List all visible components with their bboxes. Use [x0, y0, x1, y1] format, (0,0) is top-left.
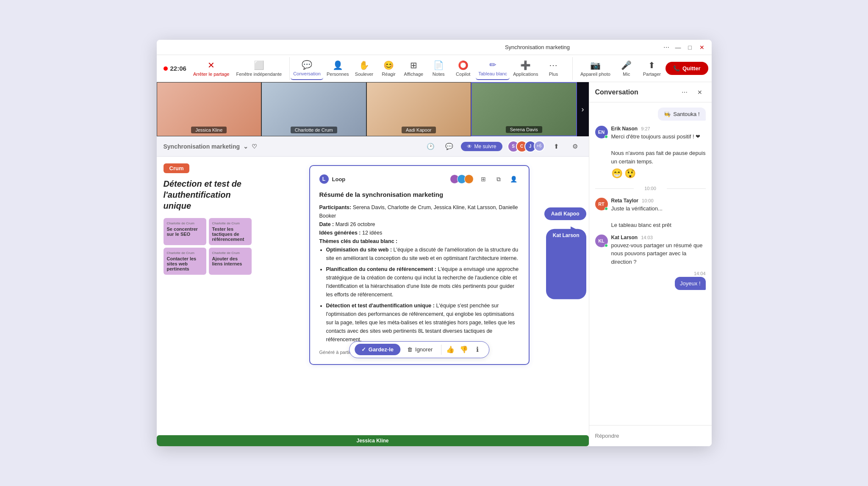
conversation-more-button[interactable]: ⋯	[679, 86, 691, 98]
ignore-button[interactable]: 🗑 Ignorer	[401, 344, 438, 355]
share-icon: ⬆	[648, 60, 655, 70]
date-label: Date :	[319, 221, 334, 227]
loop-title: Résumé de la synchronisation marketing	[319, 190, 519, 200]
close-button[interactable]: ✕	[698, 44, 706, 51]
loop-grid-button[interactable]: ⊞	[478, 174, 489, 185]
stop-share-button[interactable]: ✕ Arrêter le partage	[191, 57, 232, 80]
message-content-erik: Erik Nason 9:27 Merci d'être toujours au…	[611, 126, 706, 179]
notes-tab[interactable]: 📄 Notes	[427, 57, 450, 80]
video-tile-charlotte[interactable]: Charlotte de Crum	[261, 82, 366, 136]
ignore-label: Ignorer	[415, 346, 433, 353]
maximize-button[interactable]: □	[686, 44, 694, 51]
meeting-title-area: Synchronisation marketing ⌄ ♡	[164, 143, 257, 150]
aadi-name-badge: Aadi Kapoor	[367, 127, 471, 133]
raise-tab[interactable]: ✋ Soulever	[352, 57, 376, 80]
jessica-name-badge: Jessica Kline	[157, 127, 261, 133]
settings-icon-btn[interactable]: ⚙	[568, 140, 582, 153]
conversation-label: Conversation	[293, 71, 321, 76]
conversation-close-button[interactable]: ✕	[694, 86, 706, 98]
kat-speaker-bubble: Kat Larson	[546, 229, 586, 299]
main-toolbar: 22:06 ✕ Arrêter le partage ⬜ Fenêtre ind…	[157, 55, 712, 82]
persons-tab[interactable]: 👤 Personnes	[324, 57, 352, 80]
independent-window-button[interactable]: ⬜ Fenêtre indépendante	[233, 57, 284, 80]
mic-button[interactable]: 🎤 Mic	[615, 57, 638, 80]
toolbar-left-group: ✕ Arrêter le partage ⬜ Fenêtre indépenda…	[191, 57, 290, 80]
video-tile-aadi[interactable]: Aadi Kapoor	[366, 82, 471, 136]
charlotte-name-badge: Charlotte de Crum	[262, 127, 366, 133]
raise-icon: ✋	[359, 60, 369, 70]
whiteboard-label: Tableau blanc	[478, 71, 507, 76]
history-icon-btn[interactable]: 🕑	[424, 140, 437, 153]
avatar-count[interactable]: +6	[534, 141, 545, 152]
meeting-toolbar-right: 🕑 💬 👁 Me suivre S C J +6	[424, 140, 582, 153]
msg-meta-erik: Erik Nason 9:27	[611, 126, 706, 132]
whiteboard-tab[interactable]: ✏ Tableau blanc	[476, 57, 510, 80]
bullet-0: Optimisation du site web : L'équipe a di…	[326, 246, 519, 262]
react-tab[interactable]: 😊 Réagir	[377, 57, 401, 80]
quit-label: Quitter	[682, 65, 701, 72]
loop-person-button[interactable]: 👤	[508, 174, 519, 185]
avatar-kat: KL	[595, 235, 608, 247]
santouka-text: Santouka !	[673, 111, 699, 117]
time-kat: 14:03	[641, 235, 653, 240]
nav-next-button[interactable]: ›	[577, 82, 589, 136]
charlotte-name: Charlotte de Crum	[291, 127, 337, 133]
reply-input[interactable]	[595, 433, 706, 439]
messages-area: 🧑‍🍳 Santouka ! EN Erik Nason 9:27	[589, 102, 712, 425]
favorite-icon[interactable]: ♡	[252, 143, 257, 150]
left-content: ‹ Jessica Kline Charlotte de Crum	[157, 82, 589, 446]
share-button[interactable]: ⬆ Partager	[640, 57, 664, 80]
display-label: Affichage	[404, 72, 424, 77]
share-screen-icon-btn[interactable]: ⬆	[550, 140, 563, 153]
time-erik: 9:27	[641, 126, 650, 131]
chat-icon-btn[interactable]: 💬	[442, 140, 456, 153]
main-area: ‹ Jessica Kline Charlotte de Crum	[157, 82, 712, 446]
me-suivre-button[interactable]: 👁 Me suivre	[461, 142, 502, 151]
display-tab[interactable]: ⊞ Affichage	[402, 57, 426, 80]
video-tile-jessica[interactable]: Jessica Kline	[157, 82, 262, 136]
me-suivre-label: Me suivre	[474, 144, 496, 149]
loop-copy-button[interactable]: ⧉	[493, 174, 504, 185]
conversation-tab[interactable]: 💬 Conversation	[291, 57, 323, 80]
minimize-button[interactable]: —	[674, 44, 682, 51]
wb-card-0: Charlotte de Crum Se concentrer sur le S…	[164, 218, 206, 245]
meeting-title-chevron[interactable]: ⌄	[243, 143, 248, 150]
reaction-surprised: 😲	[624, 168, 636, 179]
video-tile-serena[interactable]: Serena Davis	[471, 82, 577, 136]
meeting-title: Synchronisation marketing	[164, 143, 240, 150]
wb-card-3-text: Ajouter des liens internes	[212, 256, 248, 266]
applications-tab[interactable]: ➕ Applications	[510, 57, 541, 80]
phone-icon: 📞	[673, 65, 680, 72]
copilot-tab[interactable]: ⭕ Copilot	[451, 57, 475, 80]
author-reta: Reta Taylor	[611, 198, 638, 204]
right-panel: Conversation ⋯ ✕ 🧑‍🍳 Santouka !	[589, 82, 712, 446]
info-button[interactable]: ℹ	[471, 343, 484, 356]
santouka-emoji: 🧑‍🍳	[664, 111, 671, 117]
more-label: Plus	[549, 72, 558, 77]
online-indicator-erik	[605, 135, 608, 138]
eye-icon: 👁	[467, 144, 472, 149]
message-kat: KL Kat Larson 14:03 pouvez-vous partager…	[595, 235, 706, 266]
thumbs-up-button[interactable]: 👍	[444, 343, 457, 356]
reaction-grinning: 😁	[611, 168, 623, 179]
message-reta: RT Reta Taylor 10:00 Juste la vérificati…	[595, 198, 706, 229]
camera-button[interactable]: 📷 Appareil photo	[578, 57, 613, 80]
notes-icon: 📄	[433, 60, 444, 70]
quit-button[interactable]: 📞 Quitter	[666, 62, 708, 75]
loop-header-right: ⊞ ⧉ 👤	[450, 174, 519, 185]
keep-button[interactable]: ✓ Gardez-le	[355, 344, 400, 355]
whiteboard-area: Crum Détection et test de l'authentifica…	[157, 157, 589, 446]
wb-card-2-text: Contacter les sites web pertinents	[167, 256, 203, 271]
serena-name: Serena Davis	[506, 126, 542, 133]
mic-icon: 🎤	[621, 60, 632, 70]
applications-label: Applications	[513, 72, 538, 77]
thumbs-down-button[interactable]: 👎	[458, 343, 470, 356]
more-button[interactable]: ⋯	[663, 44, 670, 51]
serena-name-badge: Serena Davis	[472, 126, 576, 133]
window-icon: ⬜	[254, 60, 264, 70]
more-tab[interactable]: ⋯ Plus	[541, 57, 565, 80]
more-icon: ⋯	[549, 60, 557, 70]
msg-text-kat: pouvez-vous partager un résumé que nous …	[611, 241, 706, 266]
santouka-bubble: 🧑‍🍳 Santouka !	[658, 108, 705, 121]
keep-label: Gardez-le	[369, 346, 394, 353]
